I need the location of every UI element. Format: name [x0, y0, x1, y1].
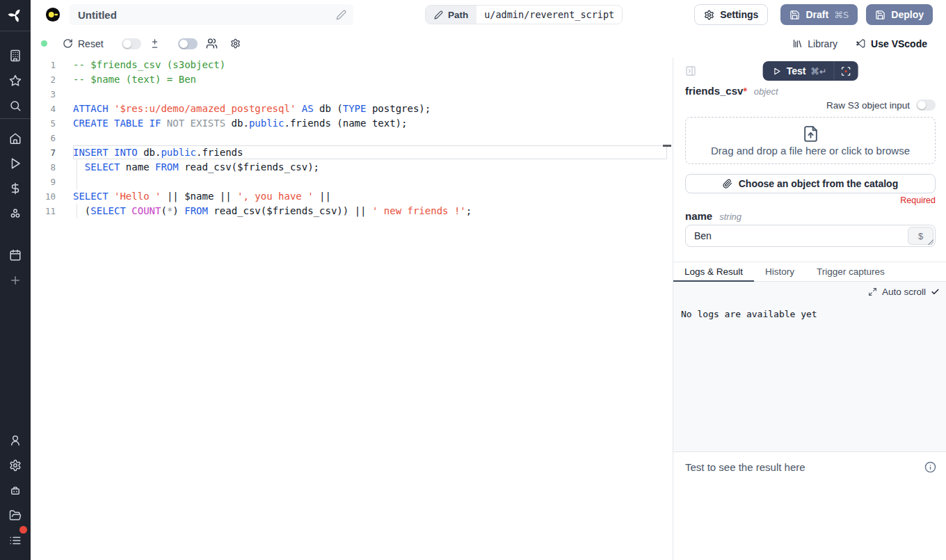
no-logs-message: No logs are available yet: [681, 309, 940, 319]
play-icon: [773, 67, 782, 76]
test-button[interactable]: Test ⌘↵: [763, 61, 858, 81]
code-text: (SELECT COUNT(*) FROM read_csv($friends_…: [73, 204, 673, 218]
line-number: 6: [31, 131, 73, 145]
code-text: [73, 131, 673, 145]
code-line-1[interactable]: 1-- $friends_csv (s3object): [31, 58, 673, 72]
sidebar-settings-icon[interactable]: [0, 453, 31, 478]
sidebar-star-icon[interactable]: [0, 68, 31, 93]
code-text: -- $friends_csv (s3object): [73, 58, 673, 72]
edit-title-pencil-icon[interactable]: [336, 10, 346, 20]
code-line-7[interactable]: 7INSERT INTO db.public.friends: [31, 145, 673, 160]
check-icon[interactable]: [931, 287, 940, 296]
sidebar-folder-open-icon[interactable]: [0, 503, 31, 528]
sidebar-user-icon[interactable]: [0, 428, 31, 453]
editor-toolbar: Reset Library Use VScode: [31, 29, 946, 58]
tab-trigger-captures[interactable]: Trigger captures: [805, 262, 896, 282]
editor-settings-gear-icon[interactable]: [230, 38, 241, 49]
deploy-label: Deploy: [891, 9, 924, 20]
code-line-11[interactable]: 11 (SELECT COUNT(*) FROM read_csv($frien…: [31, 204, 673, 218]
code-line-8[interactable]: 8 SELECT name FROM read_csv($friends_csv…: [31, 160, 673, 175]
code-text: SELECT 'Hello ' || $name || ', you have …: [73, 189, 673, 204]
sidebar-plus-icon[interactable]: [0, 268, 31, 293]
test-label: Test: [787, 65, 806, 77]
paperclip-icon: [723, 179, 732, 189]
sidebar-dollar-icon[interactable]: [0, 176, 31, 201]
sidebar-resources-icon[interactable]: [0, 201, 31, 226]
library-button[interactable]: Library: [792, 38, 837, 49]
resize-grip[interactable]: [927, 239, 933, 245]
sidebar-search-icon[interactable]: [0, 93, 31, 118]
path-button[interactable]: Path u/admin/reverent_script: [425, 5, 623, 24]
library-label: Library: [808, 38, 837, 49]
script-title-input[interactable]: [78, 9, 336, 21]
windmill-logo-icon[interactable]: [0, 0, 31, 31]
info-icon[interactable]: [924, 461, 936, 473]
code-line-5[interactable]: 5CREATE TABLE IF NOT EXISTS db.public.fr…: [31, 116, 673, 131]
field-friends-csv-type: object: [754, 86, 778, 97]
line-number: 8: [31, 160, 73, 175]
code-text: [73, 175, 673, 189]
code-text: INSERT INTO db.public.friends: [73, 145, 673, 160]
sidebar-list-icon[interactable]: [0, 528, 31, 553]
diff-mode-toggle[interactable]: [122, 38, 141, 49]
multiplayer-toggle[interactable]: [178, 38, 198, 49]
left-nav-rail: [0, 0, 31, 560]
diff-icon[interactable]: [150, 38, 160, 49]
name-field-input[interactable]: [686, 225, 935, 246]
run-panel: Test ⌘↵ friends_csv* object Raw S3 objec: [673, 58, 946, 560]
draft-label: Draft: [805, 9, 828, 20]
sidebar-home-icon[interactable]: [0, 126, 31, 151]
settings-button[interactable]: Settings: [694, 4, 768, 25]
duckdb-language-icon: [45, 7, 61, 22]
code-text: -- $name (text) = Ben: [73, 72, 673, 87]
code-line-10[interactable]: 10SELECT 'Hello ' || $name || ', you hav…: [31, 189, 673, 204]
expand-logs-icon[interactable]: [868, 287, 877, 296]
line-number: 3: [31, 87, 73, 102]
users-icon[interactable]: [206, 38, 218, 49]
sidebar-play-icon[interactable]: [0, 151, 31, 176]
line-number: 7: [31, 145, 73, 160]
settings-label: Settings: [720, 9, 758, 20]
dropzone-label: Drag and drop a file here or click to br…: [711, 145, 910, 157]
sidebar-building-icon[interactable]: [0, 43, 31, 68]
code-editor[interactable]: 1-- $friends_csv (s3object)2-- $name (te…: [31, 58, 673, 560]
code-text: [73, 87, 673, 102]
code-line-6[interactable]: 6: [31, 131, 673, 145]
gear-icon: [704, 10, 714, 20]
catalog-button-label: Choose an object from the catalog: [739, 178, 898, 189]
path-value[interactable]: u/admin/reverent_script: [476, 6, 622, 24]
path-label-segment[interactable]: Path: [426, 6, 476, 24]
tab-logs-result[interactable]: Logs & Result: [673, 262, 754, 282]
code-line-3[interactable]: 3: [31, 87, 673, 102]
line-number: 11: [31, 204, 73, 218]
auto-scroll-label[interactable]: Auto scroll: [882, 287, 926, 297]
sidebar-divider: [0, 118, 31, 119]
code-line-2[interactable]: 2-- $name (text) = Ben: [31, 72, 673, 87]
reset-button[interactable]: Reset: [63, 38, 104, 49]
capture-input-icon[interactable]: [834, 61, 858, 81]
sidebar-calendar-icon[interactable]: [0, 243, 31, 268]
notification-dot: [19, 526, 27, 534]
code-line-4[interactable]: 4ATTACH '$res:u/demo/amazed_postgresql' …: [31, 102, 673, 116]
code-text: CREATE TABLE IF NOT EXISTS db.public.fri…: [73, 116, 673, 131]
draft-button[interactable]: Draft ⌘S: [780, 4, 858, 25]
choose-object-catalog-button[interactable]: Choose an object from the catalog: [685, 174, 936, 193]
line-number: 9: [31, 175, 73, 189]
sidebar-robot-icon[interactable]: [0, 478, 31, 503]
tab-history[interactable]: History: [754, 262, 805, 282]
use-vscode-button[interactable]: Use VScode: [856, 38, 927, 49]
sidebar-divider: [0, 31, 31, 31]
file-dropzone[interactable]: Drag and drop a file here or click to br…: [685, 117, 936, 164]
use-vscode-label: Use VScode: [871, 38, 927, 49]
deploy-button[interactable]: Deploy: [866, 4, 933, 25]
collapse-panel-icon[interactable]: [685, 65, 696, 77]
save-icon: [789, 10, 800, 20]
path-label: Path: [448, 10, 468, 20]
library-icon: [792, 38, 803, 49]
code-line-9[interactable]: 9: [31, 175, 673, 189]
field-friends-csv-label: friends_csv: [685, 85, 743, 97]
script-title-field[interactable]: [70, 4, 353, 25]
reset-label: Reset: [78, 38, 104, 49]
logs-panel: Auto scroll No logs are available yet: [673, 282, 946, 452]
raw-s3-toggle[interactable]: [916, 99, 936, 111]
